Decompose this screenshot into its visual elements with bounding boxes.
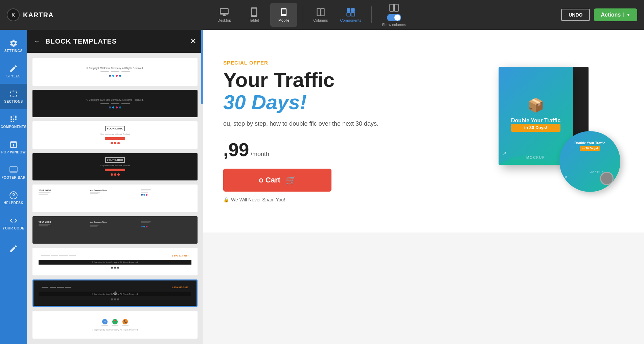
tablet-button[interactable]: Tablet	[240, 3, 268, 27]
block-templates-panel: ← BLOCK TEMPLATES ✕ © Copyright 2024 You…	[27, 30, 203, 344]
svg-rect-6	[390, 4, 394, 11]
show-columns-label: Show columns	[382, 23, 406, 27]
actions-chevron-icon: ▼	[623, 13, 630, 17]
settings-label: SETTINGS	[4, 49, 23, 53]
desktop-label: Desktop	[217, 18, 231, 22]
components-label: COMPONENTS	[1, 125, 27, 129]
spam-icon: 🔒	[223, 197, 229, 202]
price-period: /month	[251, 151, 269, 157]
your-code-label: YOUR CODE	[2, 226, 24, 230]
price-row: ,99 /month	[223, 139, 482, 161]
cart-icon: 🛒	[286, 175, 296, 185]
offer-title-line2: 30 Days!	[223, 91, 307, 114]
panel-header: ← BLOCK TEMPLATES ✕	[27, 30, 203, 53]
panel-close-button[interactable]: ✕	[190, 37, 196, 46]
panel-scrollbar[interactable]	[201, 30, 203, 104]
sidebar-item-footer-bar[interactable]: FOOTER BAR	[0, 160, 27, 185]
toolbar-separator-2	[371, 6, 372, 23]
canvas-inner: SPECIAL OFFER Your Traffic 30 Days! ou, …	[203, 30, 644, 344]
components-button[interactable]: Components	[336, 5, 366, 25]
logo-area[interactable]: K KARTRA	[7, 8, 53, 21]
main-area: SETTINGS STYLES SECTIONS COMPONENTS POP …	[0, 30, 644, 344]
template-item-1[interactable]: © Copyright 2024 Your Company. All Right…	[32, 58, 198, 86]
dvd-mockup-label: MOCKUP	[590, 171, 604, 173]
panel-content: © Copyright 2024 Your Company. All Right…	[27, 53, 203, 344]
undo-button[interactable]: UNDO	[561, 9, 590, 21]
actions-button[interactable]: Actions ▼	[594, 8, 637, 21]
template-item-8[interactable]: 1-800-873-5387 © Copyright by Your Compa…	[32, 279, 198, 307]
kartra-logo: K	[7, 8, 20, 21]
sidebar-item-styles[interactable]: STYLES	[0, 58, 27, 84]
topbar: K KARTRA Desktop Tablet Mobile Colum	[0, 0, 644, 30]
mobile-label: Mobile	[278, 18, 289, 22]
svg-rect-3	[351, 8, 355, 11]
special-offer-label: SPECIAL OFFER	[223, 60, 482, 66]
sidebar-item-edit[interactable]	[0, 236, 27, 261]
svg-rect-5	[351, 13, 355, 16]
svg-rect-0	[317, 9, 320, 16]
spam-notice: 🔒 We Will Never Spam You!	[223, 197, 482, 202]
svg-rect-9	[10, 173, 17, 173]
dvd-hole	[600, 172, 614, 185]
book-icon: 📦	[527, 97, 544, 113]
sidebar-item-settings[interactable]: SETTINGS	[0, 33, 27, 58]
panel-back-button[interactable]: ←	[34, 38, 41, 45]
dvd-mockup: Double Your Traffic in 30 Days! MOCKUP ↗	[559, 131, 620, 192]
canvas-area: SPECIAL OFFER Your Traffic 30 Days! ou, …	[203, 30, 644, 344]
components-label: Components	[340, 18, 361, 22]
template-item-2[interactable]: © Copyright 2024 Your Company. All Right…	[32, 90, 198, 118]
offer-title-line1: Your Traffic	[223, 69, 335, 91]
sidebar-item-your-code[interactable]: YOUR CODE	[0, 211, 27, 236]
template-item-4[interactable]: YOUR LOGO Stay connected with our Produc…	[32, 153, 198, 181]
sidebar-rail: SETTINGS STYLES SECTIONS COMPONENTS POP …	[0, 30, 27, 344]
topbar-right: UNDO Actions ▼	[561, 8, 637, 21]
svg-rect-4	[347, 13, 350, 16]
mockup-container: 📦 Double Your Traffic in 30 Days!	[499, 60, 620, 202]
pop-window-label: POP WINDOW	[1, 150, 26, 154]
sidebar-item-helpdesk[interactable]: HELPDESK	[0, 185, 27, 211]
template-item-5[interactable]: YOUR LOGO Your Company Name	[32, 185, 198, 212]
actions-label: Actions	[601, 12, 621, 18]
footer-bar-label: FOOTER BAR	[1, 176, 25, 179]
svg-point-10	[10, 192, 17, 199]
sidebar-item-components[interactable]: COMPONENTS	[0, 109, 27, 134]
template-item-7[interactable]: 1-800-873-5387 © Copyright by Your Compa…	[32, 248, 198, 275]
mobile-button[interactable]: Mobile	[270, 3, 297, 27]
offer-image: 📦 Double Your Traffic in 30 Days!	[495, 60, 624, 202]
svg-rect-8	[10, 167, 17, 172]
add-to-cart-button[interactable]: o Cart 🛒	[223, 169, 331, 192]
sidebar-item-pop-window[interactable]: POP WINDOW	[0, 134, 27, 160]
columns-button[interactable]: Columns	[308, 5, 332, 25]
template-item-9[interactable]: ✉ 📍 📞 © Copyright by Your Company. All	[32, 311, 198, 339]
add-to-cart-label: o Cart	[259, 176, 280, 185]
offer-title: Your Traffic 30 Days!	[223, 69, 482, 114]
template-item-3[interactable]: YOUR LOGO Stay connected with our Produc…	[32, 121, 198, 149]
sections-label: SECTIONS	[4, 100, 23, 103]
styles-label: STYLES	[6, 74, 21, 78]
svg-rect-2	[347, 8, 350, 11]
svg-rect-1	[321, 9, 324, 16]
offer-description: ou, step by step, how to double ffic ove…	[223, 119, 482, 129]
show-columns-toggle[interactable]	[387, 14, 401, 21]
book-title: Double Your Traffic in 30 Days!	[511, 117, 560, 132]
desktop-button[interactable]: Desktop	[211, 3, 238, 27]
svg-rect-7	[394, 4, 398, 11]
toolbar-separator-1	[303, 6, 303, 23]
book-subtitle-badge: in 30 Days!	[511, 124, 560, 132]
page-content: SPECIAL OFFER Your Traffic 30 Days! ou, …	[203, 30, 644, 344]
helpdesk-label: HELPDESK	[4, 201, 23, 205]
dvd-badge: in 30 Days!	[580, 146, 600, 151]
logo-text: KARTRA	[23, 11, 53, 19]
offer-text: SPECIAL OFFER Your Traffic 30 Days! ou, …	[223, 60, 495, 202]
offer-section: SPECIAL OFFER Your Traffic 30 Days! ou, …	[203, 30, 644, 232]
dvd-title: Double Your Traffic in 30 Days!	[566, 141, 614, 151]
device-toolbar: Desktop Tablet Mobile Columns	[67, 0, 554, 29]
tablet-label: Tablet	[249, 18, 259, 22]
show-columns-toggle-container: Show columns	[377, 0, 411, 29]
book-mockup-label: MOCKUP	[526, 156, 545, 159]
columns-label: Columns	[313, 18, 328, 22]
template-item-6[interactable]: YOUR LOGO Your Company Name	[32, 216, 198, 244]
sidebar-item-sections[interactable]: SECTIONS	[0, 84, 27, 109]
price-amount: ,99	[223, 139, 249, 160]
svg-point-11	[13, 197, 14, 198]
